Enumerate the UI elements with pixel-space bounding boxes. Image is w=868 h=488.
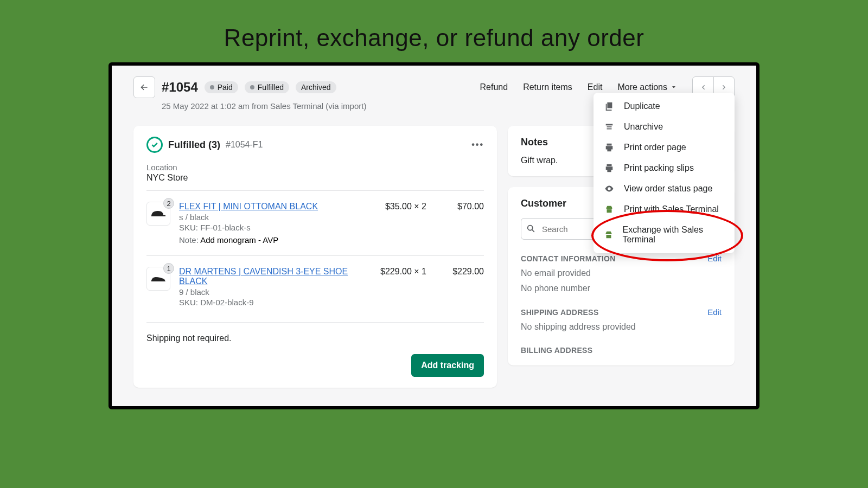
no-phone-text: No phone number	[521, 284, 722, 293]
shipping-addr-header: SHIPPING ADDRESS	[521, 308, 599, 317]
app-window: #1054 Paid Fulfilled Archived Refund Ret…	[108, 62, 760, 409]
product-sku: SKU: DM-02-black-9	[179, 298, 353, 307]
archived-badge: Archived	[296, 81, 336, 93]
product-name-link[interactable]: DR MARTENS | CAVENDISH 3-EYE SHOE BLACK	[179, 267, 353, 286]
page-headline: Reprint, exchange, or refund any order	[0, 0, 868, 62]
paid-badge: Paid	[205, 81, 238, 93]
svg-rect-2	[607, 129, 612, 130]
shipping-message: Shipping not required.	[146, 322, 484, 343]
product-thumb: 2	[146, 202, 170, 226]
chevron-left-icon	[699, 84, 707, 91]
chevron-right-icon	[720, 84, 728, 91]
shoe-icon	[150, 274, 167, 284]
qty-badge: 1	[163, 263, 174, 274]
fulfillment-card: Fulfilled (3) #1054-F1 ••• Location NYC …	[133, 126, 497, 388]
refund-button[interactable]: Refund	[480, 82, 508, 92]
menu-duplicate[interactable]: Duplicate	[593, 96, 735, 117]
more-actions-menu: Duplicate Unarchive Print order page Pri…	[593, 93, 735, 253]
back-button[interactable]	[133, 76, 155, 98]
fulfillment-id: #1054-F1	[226, 140, 263, 150]
contact-info-header: CONTACT INFORMATION	[521, 254, 616, 263]
no-email-text: No email provided	[521, 268, 722, 278]
unarchive-icon	[603, 122, 615, 132]
menu-print-terminal[interactable]: Print with Sales Terminal	[593, 199, 735, 220]
product-thumb: 1	[146, 267, 170, 291]
duplicate-icon	[603, 101, 615, 111]
search-icon	[526, 224, 536, 234]
qty-badge: 2	[163, 198, 174, 209]
terminal-icon	[603, 230, 614, 240]
product-variant: s / black	[179, 213, 353, 222]
fulfilled-badge: Fulfilled	[245, 81, 289, 93]
terminal-icon	[603, 204, 615, 214]
add-tracking-button[interactable]: Add tracking	[411, 354, 484, 377]
more-actions-button[interactable]: More actions	[617, 82, 677, 92]
menu-exchange-terminal[interactable]: Exchange with Sales Terminal	[593, 220, 735, 250]
location-label: Location	[146, 163, 484, 172]
menu-view-status[interactable]: View order status page	[593, 178, 735, 199]
menu-print-order[interactable]: Print order page	[593, 137, 735, 158]
eye-icon	[603, 184, 615, 194]
line-item: 2 FLEX FIT | MINI OTTOMAN BLACK s / blac…	[146, 190, 484, 255]
svg-rect-1	[607, 126, 612, 127]
check-icon	[150, 140, 159, 149]
line-total: $229.00	[435, 267, 484, 277]
return-items-button[interactable]: Return items	[523, 82, 572, 92]
fulfillment-title: Fulfilled (3)	[168, 139, 220, 151]
arrow-left-icon	[140, 83, 149, 92]
svg-rect-0	[606, 124, 613, 126]
product-variant: 9 / black	[179, 287, 353, 297]
menu-unarchive[interactable]: Unarchive	[593, 117, 735, 137]
print-icon	[603, 143, 615, 152]
print-icon	[603, 163, 615, 173]
fulfilled-status-icon	[146, 137, 163, 153]
contact-edit-link[interactable]: Edit	[707, 254, 722, 263]
fulfillment-menu-button[interactable]: •••	[471, 140, 484, 150]
line-item: 1 DR MARTENS | CAVENDISH 3-EYE SHOE BLAC…	[146, 255, 484, 318]
billing-addr-header: BILLING ADDRESS	[521, 346, 722, 355]
line-unit-price: $229.00 × 1	[361, 267, 426, 277]
line-unit-price: $35.00 × 2	[361, 202, 426, 211]
line-total: $70.00	[435, 202, 484, 211]
caret-down-icon	[671, 84, 677, 91]
notes-title: Notes	[521, 137, 548, 148]
product-sku: SKU: FF-01-black-s	[179, 223, 353, 232]
location-value: NYC Store	[146, 173, 484, 183]
product-name-link[interactable]: FLEX FIT | MINI OTTOMAN BLACK	[179, 202, 353, 211]
no-shipping-text: No shipping address provided	[521, 322, 722, 332]
cap-icon	[150, 209, 167, 219]
order-number: #1054	[162, 80, 198, 95]
edit-button[interactable]: Edit	[588, 82, 603, 92]
shipping-edit-link[interactable]: Edit	[707, 307, 722, 317]
menu-print-slips[interactable]: Print packing slips	[593, 158, 735, 178]
product-note: Note: Add monogram - AVP	[179, 235, 353, 245]
